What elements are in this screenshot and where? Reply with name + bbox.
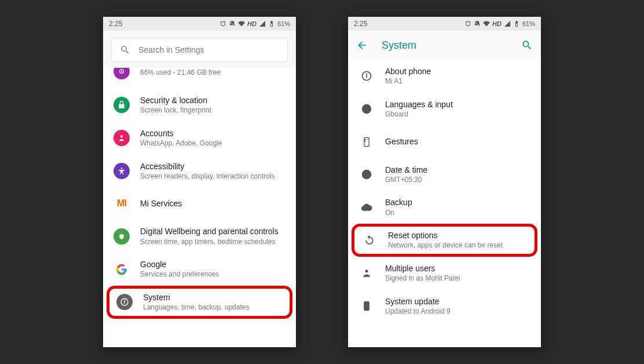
lang-sub: Gboard	[385, 110, 530, 119]
svg-point-3	[121, 168, 123, 169]
wifi-icon	[483, 20, 490, 27]
search-icon[interactable]	[521, 39, 533, 51]
search-wrap: Search in Settings	[103, 31, 296, 68]
battery-percent: 61%	[277, 20, 290, 27]
system-item-reset[interactable]: Reset options Network, apps or device ca…	[352, 224, 537, 257]
storage-sub: 66% used - 21.46 GB free	[140, 68, 286, 78]
users-title: Multiple users	[385, 263, 530, 274]
security-title: Security & location	[140, 95, 286, 105]
about-sub: Mi A1	[385, 77, 530, 86]
settings-screen: 2:25 HD 61% Search in Settings 66% used …	[103, 17, 296, 347]
datetime-sub: GMT+05:30	[385, 176, 530, 185]
mi-title: Mi Services	[140, 198, 286, 209]
battery-icon	[513, 20, 520, 27]
svg-point-1	[121, 71, 122, 72]
hd-indicator: HD	[492, 20, 502, 27]
system-item-users[interactable]: Multiple users Signed in as Mohit Patel	[348, 257, 541, 290]
search-input[interactable]: Search in Settings	[111, 38, 288, 62]
system-item-datetime[interactable]: Date & time GMT+05:30	[348, 158, 541, 191]
update-icon	[358, 298, 375, 314]
svg-rect-9	[366, 75, 367, 78]
reset-sub: Network, apps or device can be reset	[388, 241, 528, 250]
system-sub: Languages, time, backup, updates	[143, 303, 283, 312]
svg-point-12	[367, 139, 368, 140]
storage-icon	[114, 68, 130, 79]
datetime-title: Date & time	[385, 165, 530, 175]
accessibility-sub: Screen readers, display, interaction con…	[140, 172, 286, 181]
system-item-gestures[interactable]: Gestures	[348, 126, 541, 158]
lock-icon	[114, 97, 130, 113]
svg-point-14	[365, 270, 368, 272]
alarm-icon	[464, 20, 471, 27]
system-screen: 2:25 HD 61% System About phone Mi A1	[348, 17, 541, 347]
status-bar: 2:25 HD 61%	[103, 17, 296, 31]
settings-list[interactable]: 66% used - 21.46 GB free Security & loca…	[103, 68, 296, 347]
system-item-update[interactable]: System update Updated to Android 9	[348, 290, 541, 323]
page-title: System	[382, 39, 507, 52]
battery-percent: 61%	[522, 20, 535, 27]
accessibility-title: Accessibility	[140, 161, 286, 172]
settings-item-storage[interactable]: 66% used - 21.46 GB free	[103, 68, 296, 89]
dnd-icon	[474, 20, 481, 27]
svg-point-5	[124, 300, 125, 301]
about-title: About phone	[385, 66, 530, 77]
users-sub: Signed in as Mohit Patel	[385, 274, 530, 283]
settings-item-accounts[interactable]: Accounts WhatsApp, Adobe, Google	[103, 122, 296, 155]
info-icon	[358, 68, 375, 84]
system-title: System	[143, 292, 283, 303]
status-icons: HD 61%	[219, 20, 290, 27]
security-sub: Screen lock, fingerprint	[140, 106, 286, 115]
battery-icon	[268, 20, 275, 27]
search-icon	[120, 45, 130, 55]
app-bar: System	[348, 31, 541, 60]
cloud-icon	[358, 199, 375, 216]
svg-rect-6	[124, 301, 125, 304]
update-sub: Updated to Android 9	[385, 307, 530, 316]
svg-point-8	[366, 74, 367, 75]
signal-icon	[259, 20, 266, 27]
status-time: 2:25	[109, 20, 122, 28]
gestures-icon	[358, 134, 375, 150]
search-placeholder: Search in Settings	[138, 45, 204, 54]
settings-item-mi-services[interactable]: MI Mi Services	[103, 187, 296, 220]
wifi-icon	[238, 20, 245, 27]
accessibility-icon	[114, 163, 130, 179]
backup-title: Backup	[385, 197, 530, 208]
dnd-icon	[229, 20, 236, 27]
accounts-title: Accounts	[140, 128, 286, 139]
clock-icon	[358, 166, 375, 183]
google-title: Google	[140, 259, 286, 270]
globe-icon	[358, 101, 375, 117]
svg-rect-11	[364, 137, 369, 146]
accounts-sub: WhatsApp, Adobe, Google	[140, 139, 286, 148]
signal-icon	[504, 20, 511, 27]
mi-icon: MI	[114, 195, 130, 212]
wellbeing-icon	[114, 228, 130, 245]
backup-sub: On	[385, 209, 530, 218]
gestures-title: Gestures	[385, 136, 530, 147]
reset-title: Reset options	[388, 230, 528, 241]
system-item-languages[interactable]: Languages & input Gboard	[348, 93, 541, 126]
google-sub: Services and preferences	[140, 270, 286, 279]
wellbeing-sub: Screen time, app timers, bedtime schedul…	[140, 238, 286, 247]
status-icons: HD 61%	[464, 20, 535, 27]
reset-icon	[361, 232, 378, 249]
hd-indicator: HD	[247, 20, 257, 27]
settings-item-system[interactable]: System Languages, time, backup, updates	[107, 286, 292, 319]
svg-point-2	[120, 136, 123, 138]
update-title: System update	[385, 296, 530, 307]
status-time: 2:25	[354, 20, 367, 28]
system-list[interactable]: About phone Mi A1 Languages & input Gboa…	[348, 60, 541, 347]
status-bar: 2:25 HD 61%	[348, 17, 541, 31]
google-icon	[114, 261, 130, 278]
alarm-icon	[219, 20, 226, 27]
users-icon	[358, 265, 375, 281]
settings-item-accessibility[interactable]: Accessibility Screen readers, display, i…	[103, 155, 296, 188]
system-item-backup[interactable]: Backup On	[348, 191, 541, 224]
system-icon	[116, 294, 133, 310]
settings-item-google[interactable]: Google Services and preferences	[103, 253, 296, 286]
back-icon[interactable]	[356, 39, 368, 51]
settings-item-wellbeing[interactable]: Digital Wellbeing and parental controls …	[103, 220, 296, 253]
system-item-about[interactable]: About phone Mi A1	[348, 60, 541, 93]
settings-item-security[interactable]: Security & location Screen lock, fingerp…	[103, 89, 296, 122]
